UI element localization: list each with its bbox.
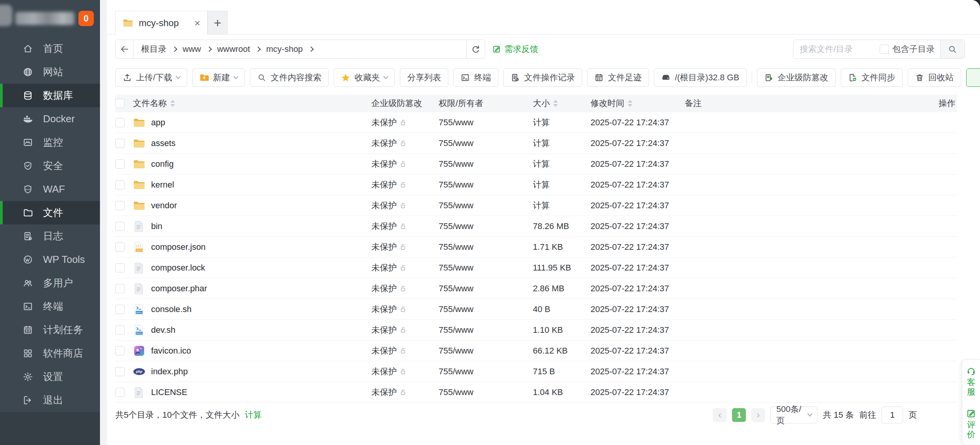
sidebar-item-数据库[interactable]: 数据库	[0, 84, 100, 107]
next-page-button[interactable]: ›	[751, 408, 765, 422]
breadcrumb-item[interactable]: mcy-shop	[266, 44, 303, 54]
back-button[interactable]	[116, 40, 133, 58]
toolbar-button-新建[interactable]: 新建	[192, 68, 245, 87]
calc-size-link[interactable]: 计算	[533, 200, 591, 211]
sidebar-item-日志[interactable]: 日志	[0, 224, 100, 248]
sidebar-item-文件[interactable]: 文件	[0, 201, 100, 224]
toolbar-button-文件同步[interactable]: 文件同步	[841, 68, 903, 87]
goto-page-input[interactable]	[882, 407, 903, 423]
page-size-select[interactable]: 500条/页	[770, 407, 817, 423]
globe-icon	[23, 67, 33, 77]
file-name[interactable]: composer.json	[151, 242, 206, 252]
file-name[interactable]: favicon.ico	[151, 346, 191, 356]
chevron-right-icon	[308, 46, 314, 52]
row-checkbox[interactable]	[115, 159, 125, 169]
svg-text:SHELL: SHELL	[136, 311, 143, 314]
row-checkbox[interactable]	[115, 201, 125, 210]
row-checkbox[interactable]	[115, 325, 125, 335]
sort-icon[interactable]	[553, 100, 558, 107]
sidebar-item-安全[interactable]: 安全	[0, 154, 100, 178]
php-icon: php	[133, 365, 145, 378]
tab-bar: mcy-shop × +	[107, 11, 980, 35]
sidebar-item-WP Tools[interactable]: WP Tools	[0, 248, 100, 271]
row-checkbox[interactable]	[115, 139, 125, 148]
svg-text:SHELL: SHELL	[136, 332, 143, 334]
row-checkbox[interactable]	[115, 180, 125, 189]
current-page-button[interactable]: 1	[732, 408, 746, 422]
toolbar-button-收藏夹[interactable]: 收藏夹	[334, 68, 395, 87]
breadcrumb-item[interactable]: wwwroot	[217, 44, 250, 54]
file-name[interactable]: config	[151, 159, 174, 169]
file-name[interactable]: composer.phar	[151, 284, 207, 294]
file-name[interactable]: dev.sh	[151, 325, 175, 335]
prev-page-button[interactable]: ‹	[713, 408, 727, 422]
row-checkbox[interactable]	[115, 284, 125, 293]
row-checkbox[interactable]	[115, 388, 125, 397]
sidebar-item-监控[interactable]: 监控	[0, 131, 100, 154]
search-input[interactable]	[794, 44, 880, 54]
file-name[interactable]: app	[151, 118, 165, 128]
toolbar-button-上传/下载[interactable]: 上传/下载	[115, 68, 187, 87]
file-name[interactable]: assets	[151, 138, 176, 148]
search-button[interactable]	[940, 40, 965, 58]
recycle-bin-button[interactable]: 回收站	[908, 68, 961, 87]
toolbar-button-/(根目录)32.8 GB[interactable]: /(根目录)32.8 GB	[654, 68, 746, 87]
file-name[interactable]: composer.lock	[151, 263, 205, 273]
sidebar-item-计划任务[interactable]: 计划任务	[0, 318, 100, 342]
sidebar-item-网站[interactable]: 网站	[0, 60, 100, 84]
toolbar-button-终端[interactable]: 终端	[453, 68, 498, 87]
toolbar-button-文件足迹[interactable]: 文件足迹	[587, 68, 649, 87]
toolbar-button-文件操作记录[interactable]: 文件操作记录	[503, 68, 582, 87]
sidebar-item-退出[interactable]: 退出	[0, 389, 100, 412]
notification-badge[interactable]: 0	[78, 11, 94, 26]
checkbox-icon[interactable]	[880, 45, 889, 54]
file-name[interactable]: console.sh	[151, 304, 191, 314]
column-header-time[interactable]: 修改时间	[591, 98, 685, 109]
close-icon[interactable]: ×	[195, 18, 200, 28]
refresh-button[interactable]	[466, 40, 485, 58]
row-checkbox[interactable]	[115, 118, 125, 127]
customer-service-button[interactable]: 客服	[966, 366, 976, 397]
new-tab-button[interactable]: +	[208, 11, 228, 34]
toolbar-button-企业级防篡改[interactable]: 企业级防篡改	[757, 68, 836, 87]
file-name[interactable]: LICENSE	[151, 387, 187, 397]
sidebar-item-多用户[interactable]: 多用户	[0, 271, 100, 295]
row-checkbox[interactable]	[115, 222, 125, 231]
feedback-link[interactable]: 需求反馈	[492, 43, 538, 55]
sidebar-item-软件商店[interactable]: 软件商店	[0, 342, 100, 365]
calc-size-link[interactable]: 计算	[533, 138, 591, 149]
file-name[interactable]: bin	[151, 221, 162, 231]
modified-time: 2025-07-22 17:24:37	[591, 221, 685, 231]
breadcrumb-item[interactable]: 根目录	[141, 43, 166, 55]
tab-mcy-shop[interactable]: mcy-shop ×	[115, 11, 208, 35]
list-view-button[interactable]	[966, 68, 980, 87]
row-checkbox[interactable]	[115, 305, 125, 314]
row-checkbox[interactable]	[115, 367, 125, 376]
calc-size-link[interactable]: 计算	[533, 179, 591, 191]
calc-total-link[interactable]: 计算	[245, 409, 262, 421]
protect-status: 未保护	[371, 117, 397, 128]
toolbar-button-分享列表[interactable]: 分享列表	[400, 68, 448, 87]
file-name[interactable]: kernel	[151, 180, 174, 190]
toolbar-button-文件内容搜索[interactable]: 文件内容搜索	[250, 68, 329, 87]
file-name[interactable]: vendor	[151, 201, 177, 211]
sidebar-item-终端[interactable]: 终端	[0, 295, 100, 318]
row-checkbox[interactable]	[115, 346, 125, 355]
column-header-size[interactable]: 大小	[533, 98, 591, 109]
row-checkbox[interactable]	[115, 263, 125, 272]
column-header-name[interactable]: 文件名称	[133, 98, 371, 109]
row-checkbox[interactable]	[115, 242, 125, 252]
sidebar-item-Docker[interactable]: Docker	[0, 107, 100, 131]
sidebar-item-设置[interactable]: 设置	[0, 365, 100, 389]
file-name[interactable]: index.php	[151, 367, 188, 377]
select-all-checkbox[interactable]	[115, 99, 125, 108]
calc-size-link[interactable]: 计算	[533, 117, 591, 128]
breadcrumb-item[interactable]: www	[183, 44, 201, 54]
sidebar-item-首页[interactable]: 首页	[0, 37, 100, 60]
calc-size-link[interactable]: 计算	[533, 158, 591, 170]
rate-button[interactable]: 评价	[966, 408, 976, 440]
include-subdir-option[interactable]: 包含子目录	[880, 43, 940, 55]
sidebar-item-WAF[interactable]: WAFWAF	[0, 178, 100, 201]
sort-icon[interactable]	[170, 100, 175, 107]
sort-icon[interactable]	[628, 100, 632, 107]
